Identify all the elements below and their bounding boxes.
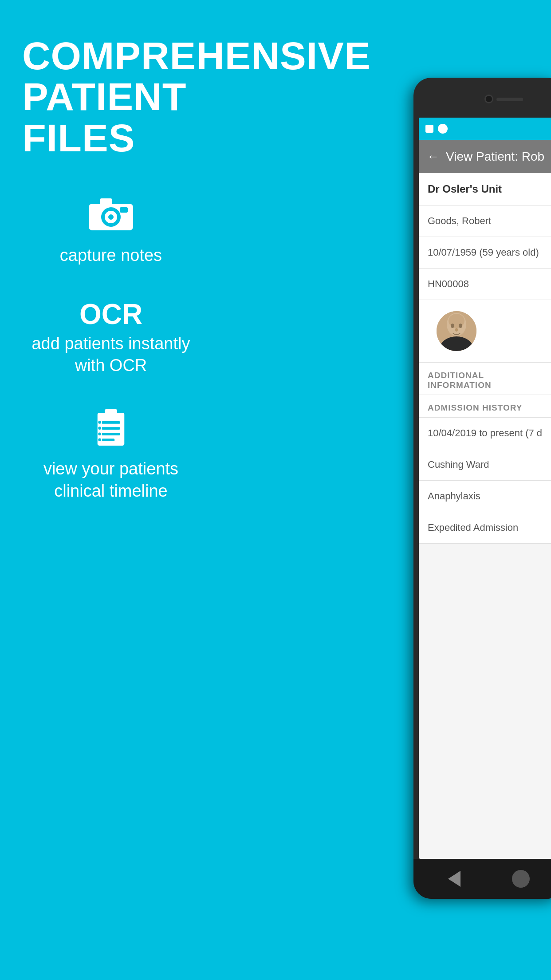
feature-capture: capture notes xyxy=(22,194,200,266)
svg-point-12 xyxy=(98,421,101,424)
camera-icon xyxy=(87,194,135,236)
svg-rect-7 xyxy=(105,409,117,416)
svg-rect-11 xyxy=(102,439,115,442)
svg-point-13 xyxy=(98,427,101,430)
phone-nav-bar xyxy=(413,859,551,899)
admission-ward-row: Cushing Ward xyxy=(419,449,551,481)
patient-avatar-section xyxy=(419,300,551,363)
phone-container: ← View Patient: Rob Dr Osler's Unit Good… xyxy=(413,78,551,943)
svg-point-15 xyxy=(98,439,101,442)
admission-ward: Cushing Ward xyxy=(428,459,489,470)
nav-back-button[interactable] xyxy=(448,871,460,887)
capture-label: capture notes xyxy=(60,245,162,266)
svg-rect-4 xyxy=(100,198,112,205)
clipboard-icon xyxy=(87,407,135,449)
patient-hn-row: HN00008 xyxy=(419,269,551,300)
patient-dob-row: 10/07/1959 (59 years old) xyxy=(419,237,551,269)
status-battery-icon xyxy=(425,125,433,133)
additional-info-header: ADDITIONAL INFORMATION xyxy=(419,363,551,395)
patient-avatar xyxy=(437,311,476,351)
status-signal-icon xyxy=(438,124,448,134)
svg-rect-5 xyxy=(120,207,128,213)
svg-rect-9 xyxy=(102,427,120,430)
status-bar xyxy=(419,118,551,140)
app-header-title: View Patient: Rob xyxy=(446,150,544,164)
ocr-subtitle: add patients instantlywith OCR xyxy=(31,334,190,375)
feature-ocr: OCR add patients instantlywith OCR xyxy=(22,298,200,377)
svg-point-3 xyxy=(108,214,114,220)
app-header: ← View Patient: Rob xyxy=(419,140,551,173)
patient-content: Dr Osler's Unit Goods, Robert 10/07/1959… xyxy=(419,173,551,544)
admission-history-header: ADMISSION HISTORY xyxy=(419,395,551,418)
back-arrow-icon[interactable]: ← xyxy=(427,150,439,164)
phone-camera xyxy=(484,95,493,103)
patient-dob: 10/07/1959 (59 years old) xyxy=(428,247,539,258)
phone-screen: ← View Patient: Rob Dr Osler's Unit Good… xyxy=(419,118,551,859)
patient-unit-row: Dr Osler's Unit xyxy=(419,173,551,205)
admission-date: 10/04/2019 to present (7 d xyxy=(428,427,542,439)
admission-condition-row: Anaphylaxis xyxy=(419,481,551,512)
patient-hn: HN00008 xyxy=(428,278,469,289)
patient-name: Goods, Robert xyxy=(428,215,491,226)
feature-timeline: view your patientsclinical timeline xyxy=(22,407,200,502)
svg-point-20 xyxy=(451,324,454,328)
ocr-title: OCR xyxy=(31,298,190,331)
phone-body: ← View Patient: Rob Dr Osler's Unit Good… xyxy=(413,78,551,899)
patient-unit: Dr Osler's Unit xyxy=(428,183,502,195)
timeline-label: view your patientsclinical timeline xyxy=(43,458,178,502)
svg-rect-8 xyxy=(102,421,120,424)
left-panel: COMPREHENSIVE PATIENT FILES capture note… xyxy=(0,0,222,980)
svg-rect-10 xyxy=(102,433,120,436)
admission-type-row: Expedited Admission xyxy=(419,512,551,544)
admission-date-row: 10/04/2019 to present (7 d xyxy=(419,418,551,449)
admission-condition: Anaphylaxis xyxy=(428,490,480,502)
svg-point-21 xyxy=(459,324,462,328)
svg-point-14 xyxy=(98,433,101,436)
admission-type: Expedited Admission xyxy=(428,522,518,533)
main-title: COMPREHENSIVE PATIENT FILES xyxy=(22,36,200,158)
nav-home-button[interactable] xyxy=(512,870,530,888)
svg-point-22 xyxy=(455,328,458,332)
phone-speaker xyxy=(496,98,523,101)
patient-name-row: Goods, Robert xyxy=(419,205,551,237)
